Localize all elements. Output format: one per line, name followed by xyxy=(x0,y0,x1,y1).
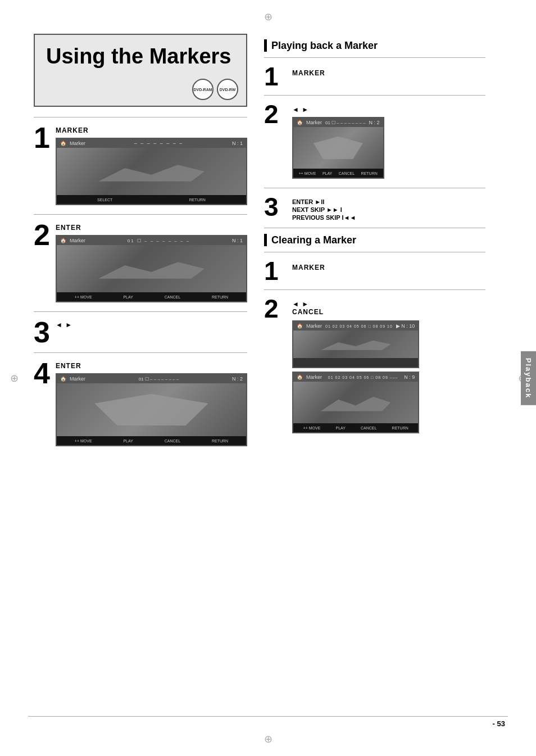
screen-bottom-2: ++ MOVE PLAY CANCEL RETURN xyxy=(57,292,246,301)
page-title: Using the Markers xyxy=(46,45,235,69)
bottom-line xyxy=(28,716,508,717)
screen-top-bar-2: 🏠 Marker 01 ☐ – – – – – – – – N : 1 xyxy=(57,236,246,245)
divider-1 xyxy=(34,117,247,117)
screen-marker-label-2: Marker xyxy=(70,238,85,243)
cl-nums-10: 01 02 03 04 05 06 □ 08 09 10 xyxy=(325,324,393,328)
step-4-label: ENTER xyxy=(56,362,247,370)
bird-silhouette-1 xyxy=(85,155,217,188)
cl-divider-1 xyxy=(264,289,485,290)
dvd-ram-badge: DVD-RAM xyxy=(192,79,214,100)
screen-marker-label-1: Marker xyxy=(70,141,85,146)
title-box: Using the Markers DVD-RAM DVD-RW xyxy=(34,34,247,107)
step-num-4: 4 xyxy=(34,359,50,388)
clearing-title: Clearing a Marker xyxy=(271,234,356,246)
cl-divider-0 xyxy=(264,252,485,252)
cl-return-2b: RETURN xyxy=(392,426,408,430)
cl-step-2-line1: ◄ ► xyxy=(292,300,419,308)
marker-icon-4: 🏠 xyxy=(60,376,66,382)
step-2-content: ENTER 🏠 Marker 01 ☐ – – – – – – – – N : … xyxy=(56,220,247,306)
butterfly-silhouette xyxy=(94,394,208,425)
step-3-symbol: ◄ ► xyxy=(56,321,247,329)
return-btn-4: RETURN xyxy=(212,439,228,443)
pb-move-2: ++ MOVE xyxy=(299,171,316,175)
pb-step-3-line2: NEXT SKIP ►► I xyxy=(292,206,356,213)
step-4-content: ENTER 🏠 Marker 01 ☐ – – – – – – – – N : … xyxy=(56,359,247,450)
move-btn-2: ++ MOVE xyxy=(75,295,92,299)
cl-step-2-content: ◄ ► CANCEL 🏠 Marker 01 02 03 04 05 06 □ … xyxy=(292,296,419,437)
cl-step-2: 2 ◄ ► CANCEL 🏠 Marker 01 02 03 04 05 06 … xyxy=(264,296,485,437)
pb-screen-top-2: 🏠 Marker 01 ☐ – – – – – – – – N : 2 xyxy=(293,118,383,127)
pb-screen-2: 🏠 Marker 01 ☐ – – – – – – – – N : 2 ++ M… xyxy=(292,117,384,179)
pb-step-num-2: 2 xyxy=(264,101,287,127)
screen-image-2 xyxy=(57,245,246,292)
divider-4 xyxy=(34,352,247,353)
left-step-2: 2 ENTER 🏠 Marker 01 ☐ – – – – – – – – N … xyxy=(34,220,247,306)
pb-return-2: RETURN xyxy=(361,171,378,175)
cl-screen-bottom-2b: ++ MOVE PLAY CANCEL RETURN xyxy=(293,423,418,432)
pb-divider-0 xyxy=(264,57,485,58)
crosshair-bottom xyxy=(262,734,274,745)
pb-cancel-2: CANCEL xyxy=(339,171,355,175)
pb-step-num-1: 1 xyxy=(264,64,287,89)
cl-marker-icon-2b: 🏠 xyxy=(297,374,303,380)
pb-step-3: 3 ENTER ►II NEXT SKIP ►► I PREVIOUS SKIP… xyxy=(264,194,485,222)
crosshair-left xyxy=(8,373,20,384)
left-column: Using the Markers DVD-RAM DVD-RW 1 MARKE… xyxy=(34,34,247,455)
dvd-icons: DVD-RAM DVD-RW xyxy=(192,79,238,100)
pb-screen-image-2 xyxy=(293,127,383,169)
pb-screen-bottom-2: ++ MOVE PLAY CANCEL RETURN xyxy=(293,169,383,178)
screen-image-1 xyxy=(57,148,246,195)
divider-2 xyxy=(34,214,247,215)
cl-step-num-2: 2 xyxy=(264,296,287,322)
cl-step-1: 1 MARKER xyxy=(264,258,485,284)
screen-top-bar-4: 🏠 Marker 01 ☐ – – – – – – – – N : 2 xyxy=(57,374,246,383)
cancel-btn-2: CANCEL xyxy=(165,295,180,299)
left-step-4: 4 ENTER 🏠 Marker 01 ☐ – – – – – – – – N … xyxy=(34,359,247,450)
screen-dots-4: 01 ☐ – – – – – – – – xyxy=(89,377,229,382)
pb-divider-1 xyxy=(264,95,485,96)
step-3-content: ◄ ► xyxy=(56,318,247,329)
sidebar-tab: Playback xyxy=(521,351,536,405)
play-btn-4: PLAY xyxy=(123,439,133,443)
bird-silhouette-2 xyxy=(85,252,217,286)
cl-play-2b: PLAY xyxy=(335,426,345,430)
cl-screen-top-2b: 🏠 Marker 01 02 03 04 05 06 □ 08 09 ––– N… xyxy=(293,373,418,382)
cl-cancel-2b: CANCEL xyxy=(361,426,376,430)
cl-step-2-line2: CANCEL xyxy=(292,308,419,316)
pb-play-2: PLAY xyxy=(322,171,332,175)
crosshair-top xyxy=(262,11,274,22)
screen-top-bar-1: 🏠 Marker – – – – – – – – N : 1 xyxy=(57,139,246,148)
marker-icon-1: 🏠 xyxy=(60,141,66,146)
marker-icon-2: 🏠 xyxy=(60,238,66,243)
accent-bar-1 xyxy=(264,39,267,52)
move-btn-4: ++ MOVE xyxy=(75,439,92,443)
cl-marker-label-2a: Marker xyxy=(306,323,322,329)
left-step-1: 1 MARKER 🏠 Marker – – – – – – – – N : 1 xyxy=(34,123,247,209)
play-btn-2: PLAY xyxy=(123,295,133,299)
pb-step-3-line1: ENTER ►II xyxy=(292,198,356,205)
screen-dots-1: – – – – – – – – xyxy=(89,141,229,146)
return-btn-1: RETURN xyxy=(189,198,206,202)
pb-divider-2 xyxy=(264,188,485,188)
pb-step-1-content: MARKER xyxy=(292,64,325,77)
pb-step-1: 1 MARKER xyxy=(264,64,485,89)
pb-screen-marker-2: Marker xyxy=(306,120,322,125)
cl-screen-2a: 🏠 Marker 01 02 03 04 05 06 □ 08 09 10 ▶ … xyxy=(292,320,419,368)
screen-dots-2: 01 ☐ – – – – – – – – xyxy=(89,238,229,243)
step-1-label: MARKER xyxy=(56,126,247,134)
screen-n2-left: N : 1 xyxy=(232,238,243,243)
cl-step-num-1: 1 xyxy=(264,258,287,284)
cl-screen-image-2b xyxy=(293,382,418,423)
main-content: Using the Markers DVD-RAM DVD-RW 1 MARKE… xyxy=(34,34,508,455)
pb-step-2: 2 ◄ ► 🏠 Marker 01 ☐ – – – – – – – – N : … xyxy=(264,101,485,182)
playing-back-title: Playing back a Marker xyxy=(271,40,378,52)
cl-screen-2b: 🏠 Marker 01 02 03 04 05 06 □ 08 09 ––– N… xyxy=(292,372,419,433)
clearing-heading: Clearing a Marker xyxy=(264,234,485,246)
step-num-3: 3 xyxy=(34,318,50,347)
screen-n1: N : 1 xyxy=(232,141,243,146)
divider-3 xyxy=(34,311,247,312)
pb-butterfly-2 xyxy=(314,137,363,160)
pb-n2: N : 2 xyxy=(369,120,380,125)
pb-step-3-line3: PREVIOUS SKIP I◄◄ xyxy=(292,214,356,221)
accent-bar-2 xyxy=(264,234,267,246)
